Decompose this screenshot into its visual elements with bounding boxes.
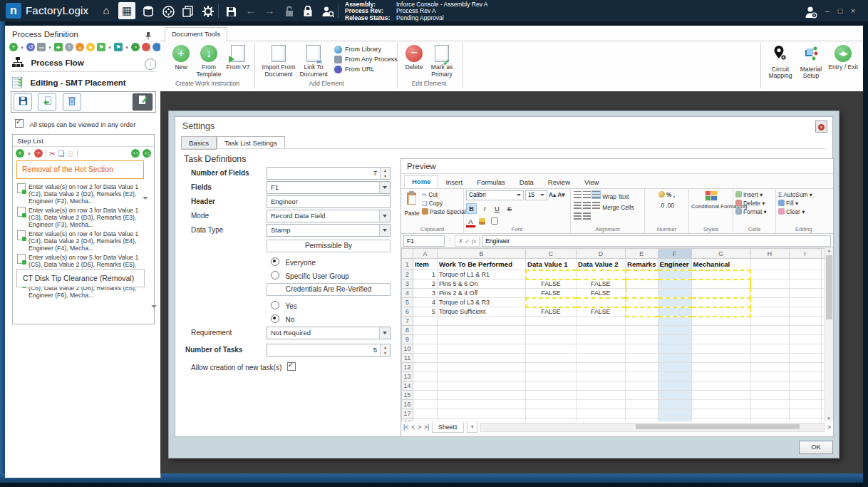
cell-C18[interactable] — [526, 419, 577, 422]
cell-E3[interactable] — [626, 280, 658, 289]
copy-button[interactable]: ❏ Copy — [422, 199, 461, 207]
row-header-18[interactable]: 18 — [402, 419, 413, 422]
brush-icon[interactable] — [76, 43, 84, 51]
cell-B11[interactable] — [438, 354, 526, 363]
cell-G18[interactable] — [691, 419, 750, 422]
cell-A7[interactable] — [413, 317, 438, 326]
row-header-9[interactable]: 9 — [402, 335, 413, 344]
autosum-button[interactable]: Σ AutoSum ▾ — [778, 190, 830, 199]
merge-cells-label[interactable]: Merge Cells — [602, 204, 634, 211]
cell-B13[interactable] — [438, 372, 526, 381]
cell-D4[interactable]: FALSE — [577, 289, 626, 298]
cell-A9[interactable] — [413, 335, 438, 344]
cell-G2[interactable] — [691, 270, 750, 280]
cell-F4[interactable] — [658, 289, 691, 298]
mark-as-primary-button[interactable]: Mark as Primary — [427, 45, 457, 78]
cell-G1[interactable]: Mechanical — [691, 259, 750, 270]
delete-document-button[interactable] — [63, 93, 81, 111]
cell-H14[interactable] — [750, 381, 789, 391]
row-header-11[interactable]: 11 — [402, 354, 413, 363]
pin-icon[interactable] — [65, 43, 73, 51]
allow-creation-checkbox[interactable] — [287, 362, 296, 371]
scroll-right-icon[interactable]: > — [827, 424, 831, 431]
cell-I18[interactable] — [789, 419, 821, 422]
vertical-scrollbar[interactable]: ▲ ▼ — [825, 248, 833, 421]
cell-G10[interactable] — [691, 344, 750, 354]
no-radio[interactable] — [271, 314, 279, 323]
window-restore-button[interactable]: □ — [835, 6, 845, 16]
cell-B7[interactable] — [438, 317, 526, 326]
col-header-A[interactable]: A — [413, 249, 438, 259]
undo-icon[interactable] — [26, 43, 35, 51]
dropdown-arrow-icon[interactable] — [379, 225, 390, 236]
cell-G11[interactable] — [691, 354, 750, 363]
selected-step[interactable]: Removal of the Hot Section — [16, 160, 144, 179]
cell-A8[interactable] — [413, 326, 438, 335]
cell-F11[interactable] — [658, 354, 691, 363]
collapse-arrow-icon[interactable]: ↓ — [145, 58, 156, 70]
cell-E11[interactable] — [626, 354, 658, 363]
cell-D8[interactable] — [577, 326, 626, 335]
from-template-button[interactable]: ↓ From Template — [193, 45, 224, 78]
home-icon[interactable]: ⌂ — [98, 2, 115, 19]
window-minimize-button[interactable]: – — [822, 6, 832, 16]
cell-D6[interactable]: FALSE — [577, 307, 626, 317]
cell-H1[interactable] — [750, 259, 789, 270]
cell-B14[interactable] — [438, 381, 526, 391]
cell-I11[interactable] — [789, 354, 821, 363]
wrap-text-label[interactable]: Wrap Text — [602, 193, 629, 200]
cell-F5[interactable] — [658, 298, 691, 307]
row-header-8[interactable]: 8 — [402, 326, 413, 335]
cell-A18[interactable] — [413, 419, 438, 422]
confirm-entry-icon[interactable]: ✓ — [465, 237, 470, 245]
cell-F6[interactable] — [658, 307, 691, 317]
cell-I14[interactable] — [789, 381, 821, 391]
cell-B16[interactable] — [438, 400, 526, 409]
cell-D18[interactable] — [577, 419, 626, 422]
cell-H6[interactable] — [750, 307, 789, 317]
font-family-combo[interactable]: Calibri — [466, 190, 524, 200]
cell-D14[interactable] — [577, 381, 626, 391]
dropdown-arrow-icon[interactable] — [379, 182, 390, 193]
cell-C9[interactable] — [526, 335, 577, 344]
increase-decimal-icon[interactable]: .0 — [659, 202, 664, 209]
cell-H16[interactable] — [750, 400, 789, 409]
step-item[interactable]: Enter value(s) on row 3 for Data Value 1… — [13, 205, 153, 229]
cell-D12[interactable] — [577, 363, 626, 372]
currency-icon[interactable] — [658, 191, 665, 198]
cell-F12[interactable] — [658, 363, 691, 372]
insert-function-icon[interactable]: fx — [472, 237, 476, 245]
cell-H2[interactable] — [750, 270, 789, 280]
cell-E18[interactable] — [626, 419, 658, 422]
save-document-button[interactable] — [14, 93, 32, 111]
navigate-icon[interactable] — [160, 2, 177, 19]
cell-A15[interactable] — [413, 391, 438, 400]
cell-B5[interactable]: Torque of L3 & R3 — [438, 298, 526, 307]
cell-B1[interactable]: Work To Be Performed — [438, 259, 526, 270]
cell-H13[interactable] — [750, 372, 789, 381]
specific-user-group-radio[interactable] — [271, 271, 279, 280]
add-sheet-button[interactable]: + — [467, 421, 477, 433]
next-group-chevron-icon[interactable] — [151, 304, 157, 310]
step-item[interactable]: Enter value(s) on row 2 for Data Value 1… — [13, 182, 153, 205]
cell-B9[interactable] — [438, 335, 526, 344]
row-header-16[interactable]: 16 — [402, 400, 413, 409]
add-step-icon[interactable] — [16, 149, 24, 158]
star-icon[interactable] — [86, 43, 95, 51]
col-header-H[interactable]: H — [750, 249, 789, 259]
cell-H17[interactable] — [750, 409, 789, 419]
cell-I17[interactable] — [789, 409, 821, 419]
cell-D10[interactable] — [577, 344, 626, 354]
from-library-button[interactable]: From Library — [334, 44, 398, 54]
cell-H4[interactable] — [750, 289, 789, 298]
strikethrough-button[interactable]: S — [505, 204, 514, 213]
stop-icon[interactable] — [142, 43, 150, 51]
cell-I3[interactable] — [789, 280, 821, 289]
cell-I2[interactable] — [789, 270, 821, 280]
cell-G14[interactable] — [691, 381, 750, 391]
cell-I13[interactable] — [789, 372, 821, 381]
cell-D2[interactable] — [577, 270, 626, 280]
fields-dropdown[interactable]: F1 — [267, 181, 391, 194]
scroll-up-icon[interactable]: ▲ — [827, 248, 832, 252]
cell-C11[interactable] — [526, 354, 577, 363]
